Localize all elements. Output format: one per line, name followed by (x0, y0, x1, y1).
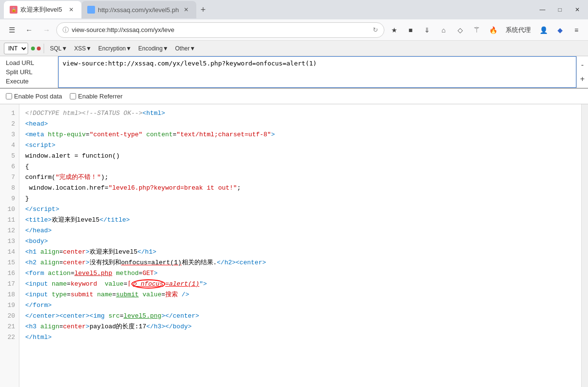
nav-bar: ☰ ← → ⓘ view-source:http://xssaq.com/yx/… (0, 19, 588, 41)
line-7: 7 (0, 172, 19, 183)
enable-referrer-label[interactable]: Enable Referrer (70, 93, 123, 100)
line-2: 2 (0, 119, 19, 129)
title-bar: 🔒 欢迎来到level5 ✕ http://xssaq.com/yx/level… (0, 0, 588, 19)
address-bar[interactable]: ⓘ view-source:http://xssaq.com/yx/leve ↻ (56, 22, 384, 38)
browser-window: 🔒 欢迎来到level5 ✕ http://xssaq.com/yx/level… (0, 0, 588, 387)
line-21: 21 (0, 322, 19, 332)
code-area: 1 2 3 4 5 6 7 8 9 10 11 12 13 14 15 16 1… (0, 104, 588, 387)
int-select[interactable]: INT (4, 43, 28, 54)
line-18: 18 (0, 290, 19, 300)
encoding-menu-button[interactable]: Encoding▼ (135, 44, 171, 53)
line-17: 17 (0, 279, 19, 290)
hackbar-actions: Load URL Split URL Execute (0, 56, 58, 88)
sidebar-toggle-button[interactable]: ☰ (4, 22, 19, 38)
window-controls: — □ ✕ (536, 5, 584, 14)
line-5: 5 (0, 151, 19, 161)
tab-favicon: 🔒 (10, 6, 17, 14)
vault-icon[interactable]: ◇ (452, 22, 468, 38)
url-input[interactable] (58, 56, 576, 88)
enable-post-checkbox[interactable] (6, 93, 12, 99)
bookmark-star-icon[interactable]: ★ (386, 22, 402, 38)
line-10: 10 (0, 204, 19, 215)
line-numbers: 1 2 3 4 5 6 7 8 9 10 11 12 13 14 15 16 1… (0, 104, 19, 387)
line-8: 8 (0, 183, 19, 194)
refresh-icon[interactable]: ↻ (373, 26, 378, 33)
value-highlighted: ⌈o_nfocus=alert(1)"> (127, 279, 207, 289)
minimize-button[interactable]: — (536, 5, 549, 14)
tab-active[interactable]: 🔒 欢迎来到level5 ✕ (4, 1, 81, 18)
plus-button[interactable]: + (580, 75, 585, 83)
other-menu-button[interactable]: Other▼ (172, 44, 198, 53)
line-9: 9 (0, 194, 19, 204)
home-icon[interactable]: ⌂ (436, 22, 451, 38)
new-tab-button[interactable]: + (196, 3, 210, 16)
load-url-button[interactable]: Load URL (4, 58, 56, 67)
extensions-icon[interactable]: ⚚ (469, 22, 484, 38)
shield-icon[interactable]: ■ (403, 22, 418, 38)
line-15: 15 (0, 258, 19, 268)
tab-bar: 🔒 欢迎来到level5 ✕ http://xssaq.com/yx/level… (4, 1, 534, 18)
account-icon[interactable]: 👤 (536, 22, 551, 38)
hackbar-main: Load URL Split URL Execute - + (0, 56, 588, 89)
xss-menu-button[interactable]: XSS▼ (71, 44, 95, 53)
green-dot-icon (31, 47, 35, 50)
tab-close-button[interactable]: ✕ (67, 5, 76, 14)
tab2-favicon (87, 6, 95, 14)
split-url-button[interactable]: Split URL (4, 67, 56, 77)
line-22: 22 (0, 332, 19, 343)
line-6: 6 (0, 161, 19, 172)
red-dot-icon (37, 47, 41, 50)
hackbar-toolbar: INT SQL▼ XSS▼ Encryption▼ Encoding▼ Othe… (0, 41, 588, 56)
line-1: 1 (0, 108, 19, 119)
back-button[interactable]: ← (21, 22, 37, 38)
line-19: 19 (0, 300, 19, 311)
highlighted-onfocus: onfocus=alert(1) (121, 259, 182, 266)
sql-menu-button[interactable]: SQL▼ (47, 44, 70, 53)
lock-icon: ⓘ (63, 26, 69, 34)
execute-button[interactable]: Execute (4, 77, 56, 86)
encryption-menu-button[interactable]: Encryption▼ (95, 44, 135, 53)
proxy-label[interactable]: 系统代理 (502, 24, 535, 36)
nav-icons: ★ ■ ⇓ ⌂ ◇ ⚚ 🔥 系统代理 👤 ◆ ≡ (386, 22, 584, 38)
close-window-button[interactable]: ✕ (571, 5, 584, 14)
line-11: 11 (0, 215, 19, 226)
line-13: 13 (0, 236, 19, 247)
address-text: view-source:http://xssaq.com/yx/leve (72, 26, 370, 33)
line-14: 14 (0, 247, 19, 258)
hackbar-options: Enable Post data Enable Referrer (0, 89, 588, 104)
forward-button[interactable]: → (39, 22, 54, 38)
maximize-button[interactable]: □ (553, 5, 567, 14)
minus-button[interactable]: - (581, 61, 584, 69)
enable-referrer-checkbox[interactable] (70, 93, 76, 99)
line-12: 12 (0, 226, 19, 236)
hackbar-url-area (58, 56, 576, 88)
menu-icon[interactable]: ≡ (569, 22, 584, 38)
line-16: 16 (0, 268, 19, 279)
tab-label: 欢迎来到level5 (20, 5, 62, 14)
enable-post-label[interactable]: Enable Post data (6, 93, 62, 100)
extension2-icon[interactable]: ◆ (552, 22, 568, 38)
tab2-close-button[interactable]: ✕ (182, 5, 191, 14)
download-icon[interactable]: ⇓ (419, 22, 435, 38)
line-3: 3 (0, 129, 19, 140)
toolbar-separator (44, 44, 44, 53)
hackbar-pm-buttons: - + (576, 56, 588, 88)
line-4: 4 (0, 140, 19, 151)
source-code: <!DOCTYPE html><!--STATUS OK--><html> <h… (19, 104, 581, 387)
tab-inactive[interactable]: http://xssaq.com/yx/level5.ph ✕ (81, 1, 196, 18)
tab2-label: http://xssaq.com/yx/level5.ph (98, 6, 179, 14)
line-20: 20 (0, 311, 19, 322)
vertical-scrollbar[interactable] (581, 104, 588, 387)
fire-icon[interactable]: 🔥 (485, 22, 501, 38)
